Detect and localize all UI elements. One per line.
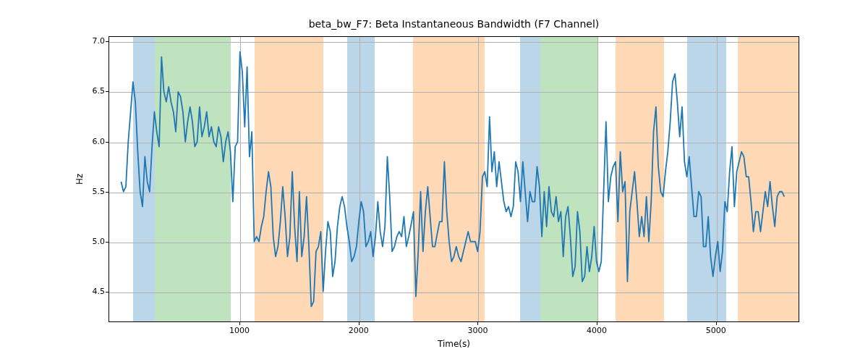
x-tick-label: 4000: [575, 326, 618, 335]
x-tick-mark: [359, 322, 359, 325]
y-tick-mark: [106, 142, 109, 143]
x-tick-label: 1000: [218, 326, 261, 335]
y-tick-mark: [106, 292, 109, 292]
y-tick-mark: [106, 91, 109, 92]
figure: beta_bw_F7: Beta Instantaneous Bandwidth…: [0, 0, 868, 362]
y-tick-mark: [106, 192, 109, 193]
y-tick-label: 6.0: [80, 137, 105, 146]
x-tick-label: 2000: [337, 326, 380, 335]
y-tick-label: 7.0: [80, 36, 105, 46]
x-tick-mark: [239, 322, 240, 325]
y-tick-label: 6.5: [80, 86, 105, 96]
y-tick-label: 5.5: [80, 187, 105, 196]
x-tick-mark: [597, 322, 597, 325]
y-tick-label: 5.0: [80, 237, 105, 246]
x-axis-label: Time(s): [109, 339, 799, 349]
y-tick-mark: [106, 41, 109, 42]
plot-area: [109, 36, 799, 322]
x-tick-label: 3000: [456, 326, 499, 335]
y-axis-label: Hz: [72, 36, 87, 322]
chart-title: beta_bw_F7: Beta Instantaneous Bandwidth…: [109, 18, 799, 30]
x-tick-label: 5000: [694, 326, 738, 335]
x-tick-mark: [477, 322, 478, 325]
series-line-beta-bw-F7: [121, 52, 784, 307]
line-plot-svg: [109, 37, 799, 321]
y-tick-mark: [106, 242, 109, 243]
x-tick-mark: [716, 322, 717, 325]
y-tick-label: 4.5: [80, 287, 105, 296]
